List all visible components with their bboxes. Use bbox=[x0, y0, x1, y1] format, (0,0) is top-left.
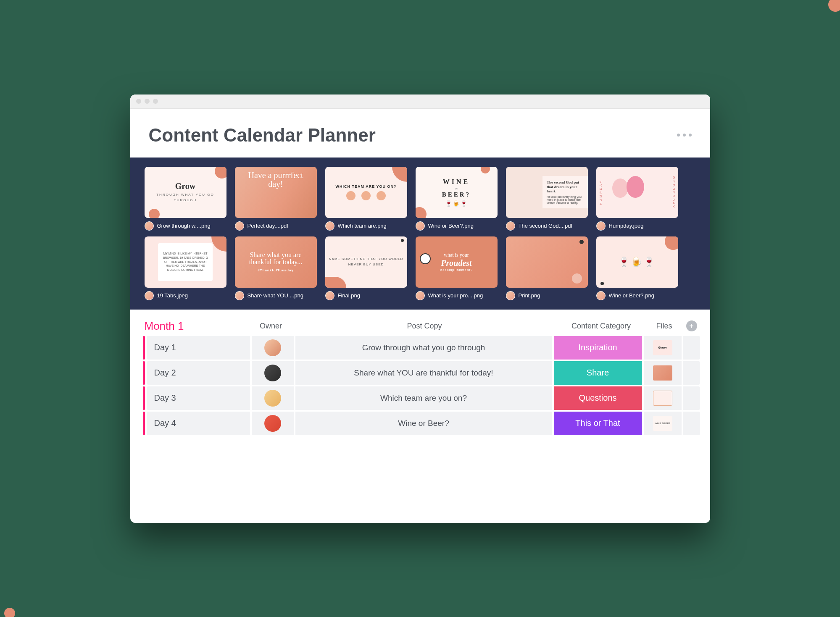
table-row[interactable]: Day 2 Share what YOU are thankful for to… bbox=[143, 361, 700, 385]
avatar bbox=[264, 415, 281, 432]
thumb-text: Share what you are thankful for today... bbox=[238, 252, 313, 266]
file-thumbnail[interactable]: Print.png bbox=[506, 236, 588, 300]
column-header-category[interactable]: Content Category bbox=[557, 322, 645, 331]
plus-icon: + bbox=[686, 320, 697, 331]
thumb-text: Have a purrrfect day! bbox=[241, 171, 311, 189]
cell-end bbox=[683, 412, 700, 435]
avatar bbox=[264, 390, 281, 407]
column-header-owner[interactable]: Owner bbox=[250, 322, 292, 331]
avatar bbox=[596, 291, 606, 300]
avatar bbox=[264, 339, 281, 356]
cell-end bbox=[683, 336, 700, 360]
file-mini-text: Grow bbox=[658, 346, 666, 349]
column-header-files[interactable]: Files bbox=[645, 322, 683, 331]
cell-files[interactable] bbox=[644, 386, 682, 410]
file-name: Print.png bbox=[519, 292, 540, 299]
avatar bbox=[145, 221, 154, 231]
cell-post-copy[interactable]: Grow through what you go through bbox=[295, 336, 552, 360]
thumbnail-image: NAME SOMETHING THAT YOU WOULD NEVER BUY … bbox=[325, 236, 407, 288]
cell-day[interactable]: Day 4 bbox=[147, 412, 250, 435]
cell-day[interactable]: Day 2 bbox=[147, 361, 250, 385]
traffic-light-minimize[interactable] bbox=[145, 99, 150, 104]
thumb-text: The second God put that dream in your he… bbox=[547, 180, 584, 194]
file-thumbnail[interactable]: Share what you are thankful for today...… bbox=[235, 236, 317, 300]
table-row[interactable]: Day 1 Grow through what you go through I… bbox=[143, 336, 700, 360]
thumb-text: WHICH TEAM ARE YOU ON? bbox=[336, 184, 397, 189]
file-thumbnail[interactable]: what is your Proudest Accomplishment? Wh… bbox=[416, 236, 498, 300]
file-mini-text: WINE BEER? bbox=[653, 416, 672, 431]
cell-files[interactable]: Grow bbox=[644, 336, 682, 360]
app-window: Content Calendar Planner Grow THROUGH WH… bbox=[130, 95, 710, 523]
page-header: Content Calendar Planner bbox=[130, 109, 710, 158]
table-header-row: Month 1 Owner Post Copy Content Category… bbox=[143, 320, 700, 333]
table-row[interactable]: Day 4 Wine or Beer? This or That WINE BE… bbox=[143, 412, 700, 435]
cell-category[interactable]: Share bbox=[554, 361, 642, 385]
cell-category[interactable]: Inspiration bbox=[554, 336, 642, 360]
gallery-row: Grow THROUGH WHAT YOU GO THROUGH Grow th… bbox=[145, 167, 698, 231]
avatar-icon bbox=[420, 253, 431, 264]
thumbnail-image: 🍷🍺🍷 bbox=[596, 236, 678, 288]
cell-owner[interactable] bbox=[252, 361, 294, 385]
thumb-text: HUMPDAY bbox=[599, 179, 603, 205]
column-header-post-copy[interactable]: Post Copy bbox=[292, 322, 557, 331]
file-thumbnail[interactable]: HUMPDAY WEDNESDAY Humpday.jpeg bbox=[596, 167, 678, 231]
thumb-text: WEDNESDAY bbox=[672, 176, 676, 209]
thumbnail-image: WINE or BEER? 🍷🍺🍷 bbox=[416, 167, 498, 218]
thumb-text: MY MIND IS LIKE MY INTERNET BROWSER. 19 … bbox=[158, 243, 213, 281]
file-thumbnail[interactable]: 🍷🍺🍷 Wine or Beer?.png bbox=[596, 236, 678, 300]
thumb-text: NAME SOMETHING THAT YOU WOULD NEVER BUY … bbox=[329, 257, 404, 268]
cell-owner[interactable] bbox=[252, 412, 294, 435]
add-column[interactable]: + bbox=[683, 320, 700, 331]
avatar bbox=[506, 291, 515, 300]
section-label[interactable]: Month 1 bbox=[143, 320, 250, 333]
traffic-light-zoom[interactable] bbox=[153, 99, 158, 104]
thumb-text: or bbox=[455, 186, 458, 190]
avatar bbox=[325, 221, 334, 231]
cell-day[interactable]: Day 3 bbox=[147, 386, 250, 410]
cell-owner[interactable] bbox=[252, 386, 294, 410]
file-thumbnail[interactable]: The second God put that dream in your he… bbox=[506, 167, 588, 231]
cell-post-copy[interactable]: Share what YOU are thankful for today! bbox=[295, 361, 552, 385]
table-row[interactable]: Day 3 Which team are you on? Questions bbox=[143, 386, 700, 410]
row-accent bbox=[143, 412, 145, 435]
thumbnail-image: WHICH TEAM ARE YOU ON? bbox=[325, 167, 407, 218]
file-meta: Share what YOU....png bbox=[235, 291, 317, 300]
cell-files[interactable]: WINE BEER? bbox=[644, 412, 682, 435]
avatar bbox=[416, 291, 425, 300]
file-thumbnail[interactable]: WHICH TEAM ARE YOU ON? Which team are.pn… bbox=[325, 167, 407, 231]
thumb-text: THROUGH WHAT YOU GO THROUGH bbox=[148, 192, 223, 203]
more-menu-icon[interactable] bbox=[677, 134, 692, 137]
cell-category[interactable]: Questions bbox=[554, 386, 642, 410]
file-meta: Final.png bbox=[325, 291, 407, 300]
file-name: Share what YOU....png bbox=[248, 292, 303, 299]
cell-category[interactable]: This or That bbox=[554, 412, 642, 435]
file-name: Humpday.jpeg bbox=[609, 223, 644, 229]
file-name: Final.png bbox=[338, 292, 360, 299]
file-thumbnail[interactable]: WINE or BEER? 🍷🍺🍷 Wine or Beer?.png bbox=[416, 167, 498, 231]
file-name: Perfect day....pdf bbox=[248, 223, 288, 229]
cell-post-copy[interactable]: Wine or Beer? bbox=[295, 412, 552, 435]
cell-end bbox=[683, 386, 700, 410]
glasses-icon: 🍷🍺🍷 bbox=[445, 200, 468, 207]
file-thumbnail[interactable]: MY MIND IS LIKE MY INTERNET BROWSER. 19 … bbox=[145, 236, 226, 300]
file-meta: 19 Tabs.jpeg bbox=[145, 291, 226, 300]
thumb-text: Accomplishment? bbox=[440, 268, 473, 272]
file-name: 19 Tabs.jpeg bbox=[157, 292, 188, 299]
file-thumbnail[interactable]: NAME SOMETHING THAT YOU WOULD NEVER BUY … bbox=[325, 236, 407, 300]
thumb-text: #ThankfulTuesday bbox=[258, 268, 294, 272]
cell-owner[interactable] bbox=[252, 336, 294, 360]
file-meta: Grow through w....png bbox=[145, 221, 226, 231]
thumb-text: Grow bbox=[175, 181, 196, 191]
file-thumbnail[interactable]: Have a purrrfect day! Perfect day....pdf bbox=[235, 167, 317, 231]
thumb-text: Proudest bbox=[441, 258, 471, 268]
file-gallery: Grow THROUGH WHAT YOU GO THROUGH Grow th… bbox=[130, 158, 710, 310]
cell-files[interactable] bbox=[644, 361, 682, 385]
cell-day[interactable]: Day 1 bbox=[147, 336, 250, 360]
file-name: Which team are.png bbox=[338, 223, 387, 229]
traffic-light-close[interactable] bbox=[136, 99, 141, 104]
window-titlebar bbox=[130, 95, 710, 109]
file-thumbnail[interactable]: Grow THROUGH WHAT YOU GO THROUGH Grow th… bbox=[145, 167, 226, 231]
row-accent bbox=[143, 336, 145, 360]
avatar bbox=[416, 221, 425, 231]
cell-post-copy[interactable]: Which team are you on? bbox=[295, 386, 552, 410]
